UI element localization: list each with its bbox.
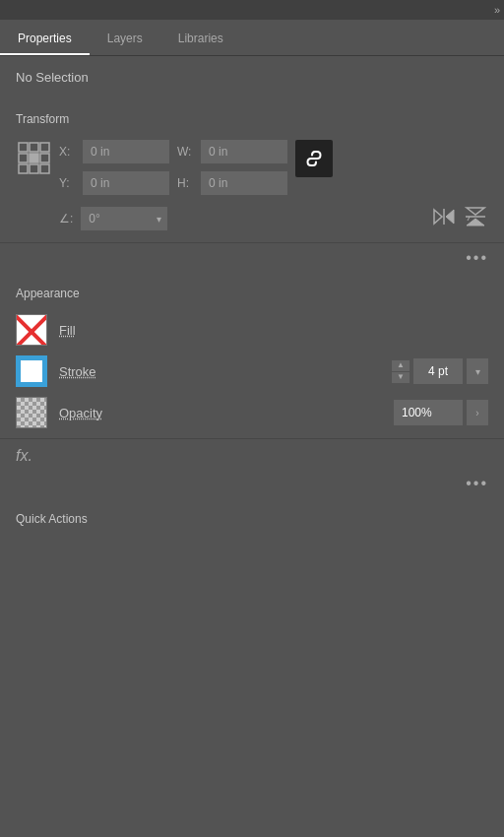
svg-marker-12 [446,210,454,224]
svg-rect-0 [19,143,28,152]
transform-title: Transform [16,112,488,126]
appearance-items: Fill Stroke ▲ ▼ ▾ Opacity [16,314,488,428]
w-label: W: [177,145,195,159]
opacity-value-input[interactable] [394,400,463,425]
flip-horizontal-button[interactable] [431,206,457,231]
stroke-label[interactable]: Stroke [59,364,96,379]
stroke-controls: ▲ ▼ ▾ [392,358,488,384]
svg-marker-15 [467,219,484,225]
flip-buttons [431,205,488,232]
flip-vertical-button[interactable] [463,205,488,232]
y-field-row: Y: [59,171,169,195]
reference-point-icon[interactable] [16,140,51,175]
opacity-more-button[interactable]: › [467,400,488,425]
opacity-swatch[interactable] [16,397,47,428]
tab-libraries[interactable]: Libraries [160,24,241,55]
svg-rect-7 [30,164,38,173]
tab-layers[interactable]: Layers [90,24,160,55]
stroke-dropdown-button[interactable]: ▾ [467,358,488,384]
stroke-item: Stroke ▲ ▼ ▾ [16,355,488,387]
w-input[interactable] [201,140,287,163]
stroke-swatch[interactable] [16,355,47,387]
stroke-spinner: ▲ ▼ [392,360,410,383]
svg-rect-4 [30,154,38,162]
appearance-more-button[interactable]: ••• [0,469,504,498]
properties-panel: No Selection Transform [0,56,504,534]
svg-rect-8 [40,164,49,173]
angle-label: ∠: [59,212,73,225]
tab-bar: Properties Layers Libraries [0,20,504,56]
appearance-section: Appearance Fill Stroke ▲ [0,273,504,439]
y-label: Y: [59,176,77,190]
link-proportions-button[interactable] [295,140,333,177]
svg-rect-2 [40,143,49,152]
tab-properties[interactable]: Properties [0,24,90,55]
fill-item: Fill [16,314,488,346]
angle-select-wrapper: 0° 90° 180° 270° [81,207,167,230]
stroke-decrease-button[interactable]: ▼ [392,372,410,383]
h-label: H: [177,176,195,190]
h-input[interactable] [201,171,287,195]
quick-actions-title: Quick Actions [0,498,504,534]
no-selection-label: No Selection [0,56,504,98]
svg-rect-3 [19,154,28,162]
x-input[interactable] [83,140,169,163]
w-field-row: W: [177,140,287,163]
collapse-icon[interactable]: » [494,4,500,16]
stroke-increase-button[interactable]: ▲ [392,360,410,371]
h-field-row: H: [177,171,287,195]
angle-select[interactable]: 0° 90° 180° 270° [81,207,167,230]
svg-marker-10 [434,210,442,224]
x-label: X: [59,145,77,159]
stroke-value-input[interactable] [413,358,463,384]
flip-horizontal-icon [433,208,455,225]
svg-line-17 [17,315,47,346]
x-field-row: X: [59,140,169,163]
svg-marker-13 [467,208,484,215]
svg-rect-5 [40,154,49,162]
y-input[interactable] [83,171,169,195]
transform-more-button[interactable]: ••• [0,243,504,273]
opacity-item: Opacity › [16,397,488,428]
fill-label[interactable]: Fill [59,323,76,338]
svg-rect-6 [19,164,28,173]
opacity-label[interactable]: Opacity [59,406,102,420]
fill-swatch[interactable] [16,314,47,346]
flip-vertical-icon [465,207,486,226]
transform-section: Transform X [0,98,504,243]
appearance-title: Appearance [16,287,488,300]
top-bar: » [0,0,504,20]
link-icon [304,149,324,168]
opacity-controls: › [394,400,488,425]
fx-button[interactable]: fx. [0,439,504,469]
svg-rect-1 [30,143,38,152]
